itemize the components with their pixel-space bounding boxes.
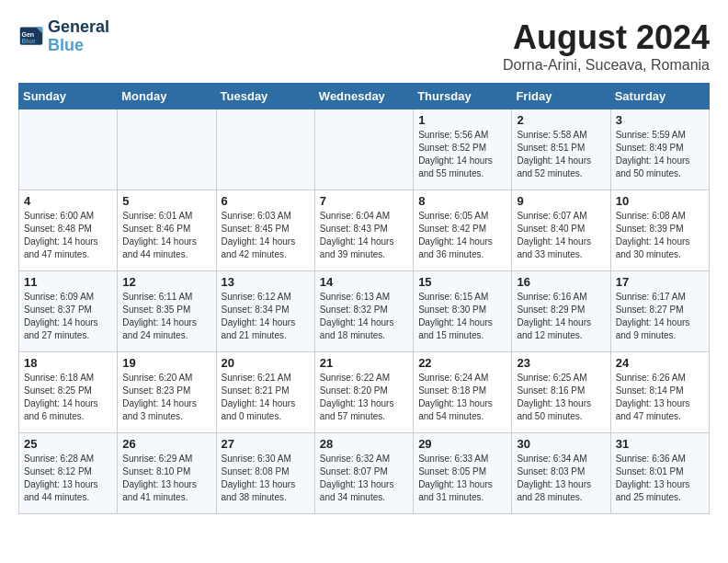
day-number: 7 <box>320 194 408 208</box>
day-number: 9 <box>517 194 605 208</box>
calendar-cell: 2Sunrise: 5:58 AM Sunset: 8:51 PM Daylig… <box>512 109 610 190</box>
day-info: Sunrise: 6:01 AM Sunset: 8:46 PM Dayligh… <box>122 210 210 261</box>
day-number: 22 <box>418 356 506 370</box>
location: Dorna-Arini, Suceava, Romania <box>503 57 710 74</box>
calendar-cell: 6Sunrise: 6:03 AM Sunset: 8:45 PM Daylig… <box>216 190 314 271</box>
calendar-cell: 27Sunrise: 6:30 AM Sunset: 8:08 PM Dayli… <box>216 433 314 514</box>
calendar-cell: 3Sunrise: 5:59 AM Sunset: 8:49 PM Daylig… <box>610 109 709 190</box>
calendar-cell: 14Sunrise: 6:13 AM Sunset: 8:32 PM Dayli… <box>314 271 413 352</box>
day-info: Sunrise: 6:30 AM Sunset: 8:08 PM Dayligh… <box>222 453 310 504</box>
day-number: 1 <box>418 113 506 127</box>
day-number: 19 <box>122 356 210 370</box>
weekday-header: Monday <box>118 84 216 109</box>
weekday-header: Saturday <box>610 84 709 109</box>
calendar-cell: 5Sunrise: 6:01 AM Sunset: 8:46 PM Daylig… <box>118 190 216 271</box>
calendar-cell: 23Sunrise: 6:25 AM Sunset: 8:16 PM Dayli… <box>512 352 610 433</box>
svg-text:Gen: Gen <box>22 31 35 38</box>
calendar-week-row: 11Sunrise: 6:09 AM Sunset: 8:37 PM Dayli… <box>19 271 710 352</box>
day-info: Sunrise: 6:21 AM Sunset: 8:21 PM Dayligh… <box>222 372 310 423</box>
day-number: 27 <box>222 437 310 451</box>
day-info: Sunrise: 6:03 AM Sunset: 8:45 PM Dayligh… <box>222 210 310 261</box>
day-number: 3 <box>616 113 704 127</box>
day-number: 14 <box>320 275 408 289</box>
day-number: 17 <box>616 275 704 289</box>
calendar-table: SundayMondayTuesdayWednesdayThursdayFrid… <box>18 83 710 514</box>
day-info: Sunrise: 6:33 AM Sunset: 8:05 PM Dayligh… <box>418 453 506 504</box>
day-number: 18 <box>24 356 112 370</box>
page-header: Gen Blue General Blue August 2024 Dorna-… <box>18 18 710 74</box>
calendar-cell: 24Sunrise: 6:26 AM Sunset: 8:14 PM Dayli… <box>610 352 709 433</box>
logo-line2: Blue <box>48 37 109 55</box>
calendar-week-row: 18Sunrise: 6:18 AM Sunset: 8:25 PM Dayli… <box>19 352 710 433</box>
day-info: Sunrise: 6:05 AM Sunset: 8:42 PM Dayligh… <box>418 210 506 261</box>
calendar-cell: 12Sunrise: 6:11 AM Sunset: 8:35 PM Dayli… <box>118 271 216 352</box>
calendar-cell: 30Sunrise: 6:34 AM Sunset: 8:03 PM Dayli… <box>512 433 610 514</box>
day-info: Sunrise: 5:59 AM Sunset: 8:49 PM Dayligh… <box>616 129 704 180</box>
title-block: August 2024 Dorna-Arini, Suceava, Romani… <box>503 18 710 74</box>
day-number: 11 <box>24 275 112 289</box>
day-number: 25 <box>24 437 112 451</box>
month-year: August 2024 <box>503 18 710 57</box>
day-info: Sunrise: 6:12 AM Sunset: 8:34 PM Dayligh… <box>222 291 310 342</box>
logo: Gen Blue General Blue <box>18 18 109 55</box>
day-info: Sunrise: 6:17 AM Sunset: 8:27 PM Dayligh… <box>616 291 704 342</box>
calendar-cell: 11Sunrise: 6:09 AM Sunset: 8:37 PM Dayli… <box>19 271 118 352</box>
calendar-cell: 1Sunrise: 5:56 AM Sunset: 8:52 PM Daylig… <box>414 109 512 190</box>
calendar-cell: 8Sunrise: 6:05 AM Sunset: 8:42 PM Daylig… <box>414 190 512 271</box>
day-info: Sunrise: 5:58 AM Sunset: 8:51 PM Dayligh… <box>517 129 605 180</box>
day-info: Sunrise: 6:16 AM Sunset: 8:29 PM Dayligh… <box>517 291 605 342</box>
calendar-cell: 31Sunrise: 6:36 AM Sunset: 8:01 PM Dayli… <box>610 433 709 514</box>
logo-text: General Blue <box>48 18 109 55</box>
calendar-cell: 10Sunrise: 6:08 AM Sunset: 8:39 PM Dayli… <box>610 190 709 271</box>
calendar-week-row: 25Sunrise: 6:28 AM Sunset: 8:12 PM Dayli… <box>19 433 710 514</box>
day-number: 26 <box>122 437 210 451</box>
calendar-cell <box>118 109 216 190</box>
weekday-header: Friday <box>512 84 610 109</box>
calendar-cell: 16Sunrise: 6:16 AM Sunset: 8:29 PM Dayli… <box>512 271 610 352</box>
calendar-cell: 26Sunrise: 6:29 AM Sunset: 8:10 PM Dayli… <box>118 433 216 514</box>
day-number: 21 <box>320 356 408 370</box>
day-number: 13 <box>222 275 310 289</box>
day-number: 10 <box>616 194 704 208</box>
day-number: 16 <box>517 275 605 289</box>
day-info: Sunrise: 6:29 AM Sunset: 8:10 PM Dayligh… <box>122 453 210 504</box>
day-number: 29 <box>418 437 506 451</box>
calendar-week-row: 1Sunrise: 5:56 AM Sunset: 8:52 PM Daylig… <box>19 109 710 190</box>
calendar-cell: 19Sunrise: 6:20 AM Sunset: 8:23 PM Dayli… <box>118 352 216 433</box>
day-number: 5 <box>122 194 210 208</box>
calendar-cell: 20Sunrise: 6:21 AM Sunset: 8:21 PM Dayli… <box>216 352 314 433</box>
weekday-header: Sunday <box>19 84 118 109</box>
day-info: Sunrise: 6:26 AM Sunset: 8:14 PM Dayligh… <box>616 372 704 423</box>
day-info: Sunrise: 6:07 AM Sunset: 8:40 PM Dayligh… <box>517 210 605 261</box>
day-number: 28 <box>320 437 408 451</box>
calendar-cell: 4Sunrise: 6:00 AM Sunset: 8:48 PM Daylig… <box>19 190 118 271</box>
day-number: 30 <box>517 437 605 451</box>
calendar-cell: 7Sunrise: 6:04 AM Sunset: 8:43 PM Daylig… <box>314 190 413 271</box>
day-info: Sunrise: 6:20 AM Sunset: 8:23 PM Dayligh… <box>122 372 210 423</box>
day-number: 31 <box>616 437 704 451</box>
day-number: 6 <box>222 194 310 208</box>
svg-text:Blue: Blue <box>22 38 36 44</box>
calendar-cell: 13Sunrise: 6:12 AM Sunset: 8:34 PM Dayli… <box>216 271 314 352</box>
day-info: Sunrise: 6:11 AM Sunset: 8:35 PM Dayligh… <box>122 291 210 342</box>
day-number: 2 <box>517 113 605 127</box>
calendar-cell: 22Sunrise: 6:24 AM Sunset: 8:18 PM Dayli… <box>414 352 512 433</box>
day-info: Sunrise: 6:08 AM Sunset: 8:39 PM Dayligh… <box>616 210 704 261</box>
day-info: Sunrise: 6:28 AM Sunset: 8:12 PM Dayligh… <box>24 453 112 504</box>
calendar-cell <box>314 109 413 190</box>
calendar-cell: 15Sunrise: 6:15 AM Sunset: 8:30 PM Dayli… <box>414 271 512 352</box>
logo-icon: Gen Blue <box>18 24 44 50</box>
calendar-cell: 21Sunrise: 6:22 AM Sunset: 8:20 PM Dayli… <box>314 352 413 433</box>
calendar-cell: 17Sunrise: 6:17 AM Sunset: 8:27 PM Dayli… <box>610 271 709 352</box>
day-number: 15 <box>418 275 506 289</box>
day-info: Sunrise: 5:56 AM Sunset: 8:52 PM Dayligh… <box>418 129 506 180</box>
day-info: Sunrise: 6:34 AM Sunset: 8:03 PM Dayligh… <box>517 453 605 504</box>
day-info: Sunrise: 6:04 AM Sunset: 8:43 PM Dayligh… <box>320 210 408 261</box>
day-info: Sunrise: 6:18 AM Sunset: 8:25 PM Dayligh… <box>24 372 112 423</box>
day-info: Sunrise: 6:00 AM Sunset: 8:48 PM Dayligh… <box>24 210 112 261</box>
day-number: 4 <box>24 194 112 208</box>
calendar-cell <box>216 109 314 190</box>
calendar-week-row: 4Sunrise: 6:00 AM Sunset: 8:48 PM Daylig… <box>19 190 710 271</box>
weekday-header: Tuesday <box>216 84 314 109</box>
calendar-cell: 25Sunrise: 6:28 AM Sunset: 8:12 PM Dayli… <box>19 433 118 514</box>
